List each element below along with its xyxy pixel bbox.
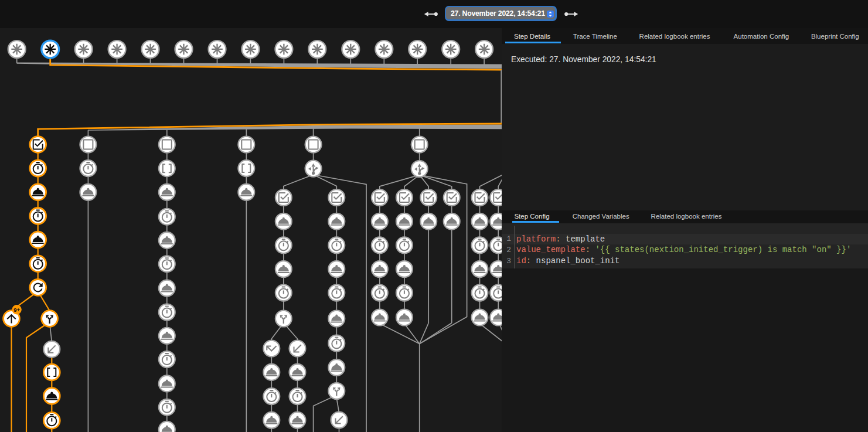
svg-text:9+: 9+ — [13, 307, 20, 313]
